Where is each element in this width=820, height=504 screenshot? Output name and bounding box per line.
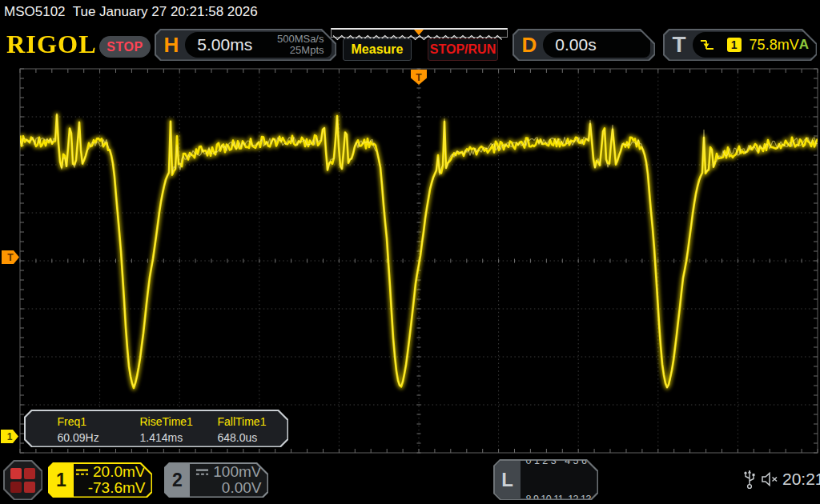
measurement-value: 60.09Hz [58,431,99,444]
delay-label: D [522,33,537,58]
delay-value: 0.00s [550,35,596,54]
delay-pill: 0.00s [543,32,649,58]
measurement-value: 648.0us [218,431,258,444]
app-menu-button[interactable] [3,460,42,500]
trigger-label: T [673,32,686,58]
speaker-muted-icon [761,471,780,487]
channel1-offset: -73.6mV [88,480,146,496]
logic-channels-block[interactable]: L 0 1 2 3 4 5 6 7 8 9 10 11 12 13 14 15 [493,459,598,500]
measure-button[interactable]: Measure [343,38,412,61]
dc-coupling-icon [75,467,89,477]
trigger-level-value: 75.8mV [750,37,799,54]
acquisition-info: 500MSa/s 25Mpts [277,34,324,56]
model-name: MSO5102 [4,4,66,19]
measurement-panel[interactable]: Freq1 60.09Hz RiseTime1 1.414ms FallTime… [24,410,288,447]
graticule-and-waveform [0,62,820,458]
measurement-label: FallTime1 [218,415,267,428]
titlebar: MSO5102 Tue January 27 20:21:58 2026 [4,4,258,22]
logic-label: L [495,461,521,499]
stop-run-button[interactable]: STOP/RUN [428,38,498,61]
trigger-block[interactable]: T 1 75.8mV A [663,29,817,61]
oscilloscope-screen: MSO5102 Tue January 27 20:21:58 2026 RIG… [0,0,820,504]
channel2-block[interactable]: 2 100mV 0.00V [164,462,268,498]
channel2-number: 2 [166,464,190,497]
falling-edge-icon [700,38,714,51]
channel1-scale: 20.0mV [93,464,145,480]
horizontal-label: H [164,33,179,58]
trigger-mode: A [799,37,809,53]
titlebar-spacer [66,4,73,19]
usb-icon [743,469,756,490]
app-menu-grid-icon [10,468,35,493]
channel2-offset: 0.00V [222,480,262,496]
channel2-scale: 100mV [213,464,261,480]
logic-row-2: 8 9 10 11 12 13 14 15 [526,493,617,504]
channel1-number: 1 [50,464,74,497]
timebase-value: 5.00ms [192,35,252,54]
channel1-block[interactable]: 1 20.0mV -73.6mV [48,462,152,498]
rigol-logo: RIGOL [6,30,97,59]
trigger-position-preview-icon[interactable] [414,30,424,35]
bottom-bar: 1 20.0mV -73.6mV 2 [0,458,820,504]
timebase-pill: 5.00ms 500MSa/s 25Mpts [185,32,331,58]
memory-depth: 25Mpts [277,45,324,56]
datetime-text: Tue January 27 20:21:58 2026 [73,4,258,19]
delay-block[interactable]: D 0.00s [512,29,655,61]
sample-rate: 500MSa/s [277,34,324,45]
measurement-value: 1.414ms [140,431,183,444]
horizontal-block[interactable]: H 5.00ms 500MSa/s 25Mpts [155,29,336,61]
dc-coupling-icon [195,467,209,477]
measurement-label: RiseTime1 [140,415,193,428]
scope-display [0,62,820,458]
measurement-label: Freq1 [58,415,87,428]
run-state-badge[interactable]: STOP [99,36,151,58]
clock-text: 20:21 [782,470,820,489]
trigger-pill: 1 75.8mV A [693,32,818,58]
trigger-source-badge: 1 [727,38,742,52]
